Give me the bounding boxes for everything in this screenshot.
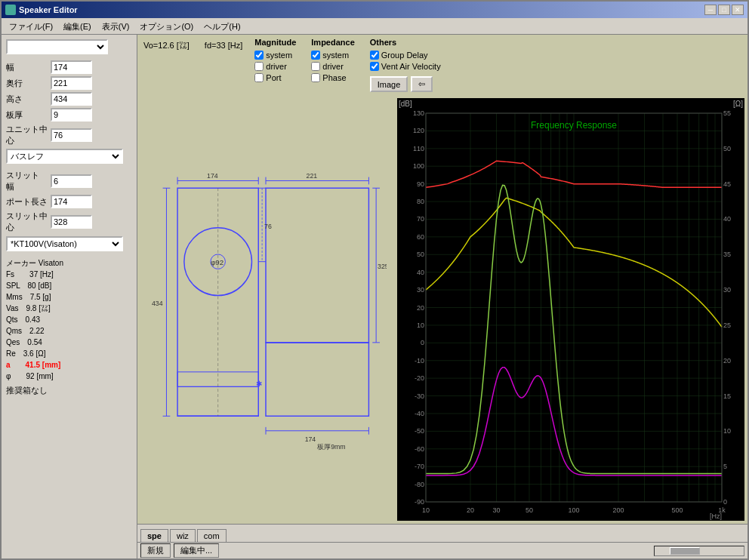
svg-text:✱: ✱ [256,380,262,388]
input-depth[interactable] [51,76,92,90]
other-ventair-label: Vent Air Velocity [381,62,441,71]
status-edit: 編集中... [174,543,219,558]
others-title: Others [370,38,441,47]
middle-area: φ92 174 221 [137,95,747,524]
svg-rect-1 [266,188,368,343]
recommend-text: 推奨箱なし [6,385,132,396]
image-button[interactable]: Image [370,76,408,92]
imp-system-checkbox[interactable] [311,51,320,60]
tab-wiz[interactable]: wiz [170,529,196,542]
field-row-slit-width: スリット 幅 [6,170,132,192]
imp-phase-row: Phase [311,73,354,82]
input-port-length[interactable] [51,195,92,208]
label-slit-width: スリット 幅 [6,170,48,192]
bottom-tabs: spe wiz com [137,524,747,542]
main-content: 幅 奥行 高さ 板厚 ユニット中心 バス [2,35,747,558]
y-axis-label-right: [Ω] [733,100,743,108]
label-slit-center: スリット中心 [6,211,48,233]
other-groupdelay-row: Group Delay [370,51,441,60]
svg-text:板厚9mm: 板厚9mm [316,443,345,451]
imp-driver-checkbox[interactable] [311,62,320,71]
mag-system-checkbox[interactable] [254,51,264,60]
driver-dropdown[interactable]: *KT100V(Visaton) [6,236,123,251]
title-bar: Speaker Editor ─ □ ✕ [2,2,747,18]
scrollbar[interactable] [654,546,744,556]
image-buttons: Image ⇦ [370,76,441,92]
right-panel: Vo=12.6 [㍑] fd=33 [Hz] Magnitude system [137,35,747,558]
title-bar-left: Speaker Editor [5,5,78,15]
top-dropdown[interactable] [6,39,108,54]
field-row-height: 高さ [6,92,132,106]
title-bar-controls: ─ □ ✕ [704,5,744,15]
maximize-button[interactable]: □ [718,5,730,15]
minimize-button[interactable]: ─ [704,5,717,15]
label-depth: 奥行 [6,78,48,89]
menu-edit[interactable]: 編集(E) [59,20,96,32]
impedance-group: Impedance system driver Phase [311,38,354,92]
label-unit: ユニット中心 [6,124,48,146]
mag-driver-row: driver [254,62,296,71]
imp-driver-row: driver [311,62,354,71]
svg-text:φ92: φ92 [211,258,223,266]
input-width[interactable] [51,60,92,74]
frequency-graph [397,98,744,521]
left-panel: 幅 奥行 高さ 板厚 ユニット中心 バス [2,35,137,558]
other-groupdelay-checkbox[interactable] [370,51,379,60]
input-unit[interactable] [51,128,92,142]
label-port-length: ポート長さ [6,196,48,208]
tab-com[interactable]: com [197,529,227,542]
speaker-diagram: φ92 174 221 [145,166,387,453]
controls-header: Vo=12.6 [㍑] fd=33 [Hz] Magnitude system [137,35,747,95]
status-new: 新規 [140,543,171,558]
mag-port-checkbox[interactable] [254,73,264,82]
vo-label: Vo=12.6 [㍑] [143,41,190,50]
menu-view[interactable]: 表示(V) [97,20,134,32]
svg-text:76: 76 [264,223,272,230]
svg-text:174: 174 [305,435,316,443]
other-ventair-checkbox[interactable] [370,62,379,71]
y-axis-label-left: [dB] [399,100,412,108]
imp-phase-label: Phase [322,73,346,82]
menu-file[interactable]: ファイル(F) [5,20,57,32]
app-icon [5,5,16,15]
others-group: Others Group Delay Vent Air Velocity Ima… [370,38,441,92]
imp-driver-label: driver [322,62,344,71]
mag-driver-checkbox[interactable] [254,62,264,71]
mag-system-label: system [266,51,292,60]
spec-text: メーカー Visaton Fs 37 [Hz] SPL 80 [dB] Mms … [6,257,132,382]
other-groupdelay-label: Group Delay [381,51,428,60]
arrow-button[interactable]: ⇦ [411,76,433,92]
mag-system-row: system [254,51,296,60]
imp-system-row: system [311,51,354,60]
scrollbar-area [222,546,744,556]
svg-text:434: 434 [152,300,163,307]
magnitude-title: Magnitude [254,38,296,47]
window-title: Speaker Editor [19,5,78,14]
mag-port-row: Port [254,73,296,82]
field-row-unit: ユニット中心 [6,124,132,146]
svg-text:325: 325 [378,263,387,270]
field-row-depth: 奥行 [6,76,132,90]
type-dropdown[interactable]: バスレフ [6,149,123,164]
field-row-board: 板厚 [6,108,132,122]
input-slit-width[interactable] [51,174,92,188]
menu-options[interactable]: オプション(O) [135,20,198,32]
label-width: 幅 [6,62,48,73]
checkbox-groups: Magnitude system driver Port [254,38,440,92]
fd-label: fd=33 [Hz] [205,41,242,50]
close-button[interactable]: ✕ [732,5,744,15]
input-height[interactable] [51,92,92,106]
field-row-slit-center: スリット中心 [6,211,132,233]
menu-help[interactable]: ヘルプ(H) [199,20,245,32]
tab-spe[interactable]: spe [140,529,168,542]
label-board: 板厚 [6,109,48,121]
status-bar: 新規 編集中... [137,542,747,558]
imp-system-label: system [322,51,349,60]
magnitude-group: Magnitude system driver Port [254,38,296,92]
input-slit-center[interactable] [51,215,92,229]
input-board[interactable] [51,108,92,122]
graph-area: [dB] [Ω] [397,98,744,521]
imp-phase-checkbox[interactable] [311,73,320,82]
mag-port-label: Port [266,73,281,82]
diagram-area: φ92 174 221 [137,95,394,524]
